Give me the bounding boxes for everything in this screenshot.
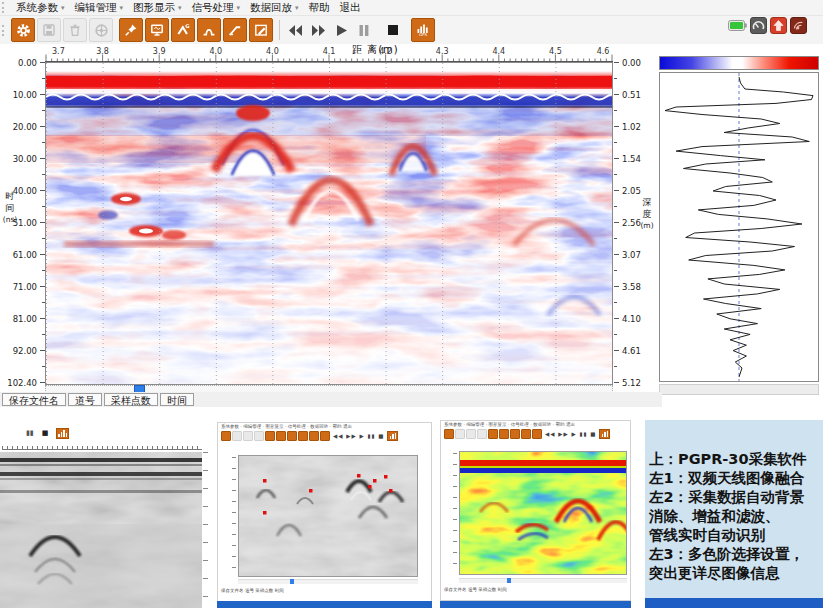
axis-tick-label: 0.00: [18, 58, 37, 68]
thumbnail-color-window[interactable]: 系统参数 · 编辑管理 · 图形显示 · 信号处理 · 数据回放 · 帮助 退出…: [440, 420, 631, 601]
wheel-button[interactable]: [89, 18, 113, 42]
menu-item-1[interactable]: 系统参数▾: [11, 0, 70, 15]
battery-icon: [728, 20, 747, 31]
filter-icon: [202, 23, 216, 37]
axis-tick-label: 102.40: [7, 378, 37, 388]
pause-icon: ▮▮: [26, 429, 34, 437]
annotation-panel: 上：PGPR-30采集软件左1：双频天线图像融合左2：采集数据自动背景消除、增益…: [645, 420, 823, 598]
axis-tick-label: 3.58: [622, 282, 641, 292]
thumbnail-processed-window[interactable]: 系统参数 · 编辑管理 · 图形显示 · 信号处理 · 数据回放 · 帮助 退出…: [217, 422, 432, 602]
chevron-down-icon: ▾: [237, 4, 241, 12]
fast-forward-button[interactable]: [307, 18, 329, 42]
menu-item-5[interactable]: 数据回放▾: [245, 0, 304, 15]
rewind-button[interactable]: [284, 18, 306, 42]
menu-item-2[interactable]: 编辑管理▾: [70, 0, 129, 15]
trace-panel[interactable]: [659, 72, 819, 382]
svg-text:4.1: 4.1: [323, 47, 336, 56]
thumb1-radargram: [0, 452, 202, 608]
chevron-down-icon: ▾: [178, 4, 182, 12]
depth-axis-ticks: [614, 62, 621, 384]
menu-item-7[interactable]: 退出: [335, 0, 366, 15]
clear-button[interactable]: [249, 18, 273, 42]
thumb2-taskbar: [217, 601, 432, 608]
axis-tick-label: 92.00: [13, 346, 37, 356]
pause-button[interactable]: [353, 18, 375, 42]
toolbar: G GPS: [0, 16, 823, 44]
depth-axis-title: 深度(m): [638, 196, 656, 232]
stop-icon: ■: [42, 429, 49, 437]
rewind-icon: [288, 24, 303, 37]
gear-icon: [16, 23, 31, 38]
axis-tick-label: 61.00: [13, 250, 37, 260]
svg-text:4.0: 4.0: [266, 47, 279, 56]
antenna-button[interactable]: [790, 17, 807, 34]
svg-text:4.4: 4.4: [492, 47, 505, 56]
slope-icon: [228, 23, 242, 37]
floppy-icon: [42, 23, 56, 37]
svg-text:G: G: [185, 23, 189, 29]
axis-tick-label: 3.07: [622, 250, 641, 260]
thumb3-status-tabs: 保存文件名 道号 采样点数 时间: [444, 587, 507, 592]
menu-item-4[interactable]: 信号处理▾: [187, 0, 246, 15]
menu-item-3[interactable]: 图形显示▾: [128, 0, 187, 15]
gps-icon: [599, 429, 610, 439]
tab-4[interactable]: 时间: [160, 393, 194, 406]
svg-text:4.3: 4.3: [436, 47, 449, 56]
menu-bar: 系统参数▾编辑管理▾图形显示▾信号处理▾数据回放▾帮助退出: [0, 0, 823, 16]
trace-scrollbar[interactable]: [659, 384, 819, 395]
display-button[interactable]: [145, 18, 169, 42]
status-tabs: 保存文件名道号采样点数时间: [0, 392, 662, 407]
gps-button[interactable]: GPS: [411, 18, 435, 42]
chevron-down-icon: ▾: [120, 4, 124, 12]
antenna-icon: [792, 19, 805, 32]
gain-curve-button[interactable]: [223, 18, 247, 42]
delete-button[interactable]: [63, 18, 87, 42]
svg-text:4.2: 4.2: [379, 47, 392, 56]
play-button[interactable]: [330, 18, 352, 42]
marker-pin-button[interactable]: [119, 18, 143, 42]
tab-1[interactable]: 保存文件名: [2, 393, 66, 406]
thumb3-time-ticks: [453, 453, 457, 573]
svg-text:3.8: 3.8: [96, 47, 109, 56]
time-axis-title: 时间(ns): [1, 190, 19, 226]
wheel-icon: [94, 23, 109, 38]
svg-text:4.0: 4.0: [209, 47, 222, 56]
annotation-line-7: 突出更详尽图像信息: [649, 564, 823, 583]
toolbar-grip: [2, 25, 8, 36]
thumb2-playback-icons: ◀◀ ▶▶ ▶ ▮▮ ■: [333, 433, 384, 439]
annotation-line-1: 上：PGPR-30采集软件: [649, 450, 823, 469]
annotation-line-2: 左1：双频天线图像融合: [649, 469, 823, 488]
colorbar: [659, 56, 819, 70]
settings-button[interactable]: [11, 18, 35, 42]
axis-tick-label: 10.00: [13, 90, 37, 100]
thumb2-time-ticks: [232, 457, 236, 575]
radargram-view[interactable]: [45, 62, 613, 385]
thumb3-toolbar: ◀◀ ▶▶ ▶ ▮▮ ■: [441, 427, 630, 441]
axis-tick-label: 4.10: [622, 314, 641, 324]
toolbar-separator: [279, 20, 280, 40]
axis-tick-label: 2.05: [622, 186, 641, 196]
annotation-line-4: 消除、增益和滤波、: [649, 507, 823, 526]
svg-text:4.6: 4.6: [597, 47, 610, 56]
axis-tick-label: 1.54: [622, 154, 641, 164]
speedometer-button[interactable]: [750, 17, 767, 34]
toolbar-grip: [2, 2, 8, 13]
stop-button[interactable]: [382, 18, 404, 42]
thumb3-taskbar: [440, 601, 631, 608]
gain-button[interactable]: G: [171, 18, 195, 42]
fast-forward-icon: [311, 24, 326, 37]
gain-icon: G: [176, 23, 190, 37]
thumb2-toolbar: ◀◀ ▶▶ ▶ ▮▮ ■: [218, 429, 431, 443]
menu-item-6[interactable]: 帮助: [304, 0, 335, 15]
tab-3[interactable]: 采样点数: [104, 393, 158, 406]
x-axis: 3.73.83.94.04.04.14.24.34.44.54.6: [45, 46, 613, 62]
svg-text:3.9: 3.9: [153, 47, 166, 56]
tab-2[interactable]: 道号: [68, 393, 102, 406]
upload-button[interactable]: [770, 17, 787, 34]
filter-button[interactable]: [197, 18, 221, 42]
annotation-line-6: 左3：多色阶选择设置，: [649, 545, 823, 564]
gps-icon: [387, 431, 398, 441]
save-button[interactable]: [37, 18, 61, 42]
annotation-line-5: 管线实时自动识别: [649, 526, 823, 545]
brush-icon: [254, 23, 268, 37]
